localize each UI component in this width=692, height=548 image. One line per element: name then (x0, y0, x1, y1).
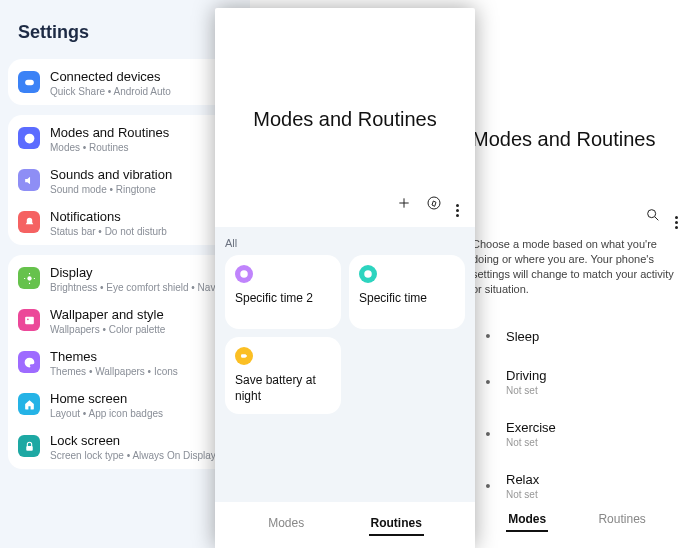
settings-group: Connected devices Quick Share • Android … (8, 59, 242, 105)
tab-routines[interactable]: Routines (369, 512, 424, 536)
mode-text: Driving Not set (506, 368, 676, 396)
settings-row-title: Modes and Routines (50, 125, 232, 140)
settings-row-subtitle: Brightness • Eye comfort shield • Naviga… (50, 282, 232, 293)
mode-subtitle: Not set (506, 385, 676, 396)
settings-row-text: Wallpaper and style Wallpapers • Color p… (50, 307, 232, 335)
svg-line-10 (655, 217, 658, 220)
check-circle-icon (18, 127, 40, 149)
settings-row-text: Display Brightness • Eye comfort shield … (50, 265, 232, 293)
settings-row[interactable]: Themes Themes • Wallpapers • Icons (8, 343, 242, 385)
mode-label: Driving (506, 368, 676, 383)
settings-row-title: Home screen (50, 391, 232, 406)
sun-icon (18, 267, 40, 289)
svg-point-1 (27, 276, 31, 280)
mode-icon: • (478, 478, 498, 494)
mode-subtitle: Not set (506, 437, 676, 448)
routine-card[interactable]: Specific time (349, 255, 465, 329)
mode-label: Sleep (506, 329, 676, 344)
routine-grid: Specific time 2 Specific time Save batte… (225, 255, 465, 414)
settings-row-text: Lock screen Screen lock type • Always On… (50, 433, 232, 461)
settings-row-title: Connected devices (50, 69, 232, 84)
mode-text: Relax Not set (506, 472, 676, 500)
routine-card[interactable]: Save battery at night (225, 337, 341, 414)
settings-row-subtitle: Quick Share • Android Auto (50, 86, 232, 97)
mode-text: Exercise Not set (506, 420, 676, 448)
description: Choose a mode based on what you're doing… (462, 237, 692, 312)
settings-row[interactable]: Notifications Status bar • Do not distur… (8, 203, 242, 245)
toolbar (215, 137, 475, 227)
mode-label: Relax (506, 472, 676, 487)
settings-row-title: Themes (50, 349, 232, 364)
page-title: Settings (0, 0, 250, 59)
more-icon[interactable] (456, 193, 459, 217)
settings-row[interactable]: Wallpaper and style Wallpapers • Color p… (8, 301, 242, 343)
add-icon[interactable] (396, 195, 412, 215)
settings-row-subtitle: Status bar • Do not disturb (50, 226, 232, 237)
settings-row[interactable]: Sounds and vibration Sound mode • Ringto… (8, 161, 242, 203)
modes-screen: Modes and Routines Choose a mode based o… (462, 0, 692, 548)
routines-screen: Modes and Routines All Specific time 2 S… (215, 8, 475, 548)
search-icon[interactable] (645, 207, 661, 227)
routine-card[interactable]: Specific time 2 (225, 255, 341, 329)
mode-item[interactable]: • Driving Not set (470, 356, 684, 408)
tab-modes[interactable]: Modes (506, 508, 548, 532)
mode-icon: • (478, 328, 498, 344)
settings-row-title: Display (50, 265, 232, 280)
settings-screen: Settings Connected devices Quick Share •… (0, 0, 250, 548)
mode-list: • Sleep • Driving Not set • Exercise Not… (470, 312, 684, 516)
page-title: Modes and Routines (462, 0, 692, 157)
mode-subtitle: Not set (506, 489, 676, 500)
settings-row-subtitle: Layout • App icon badges (50, 408, 232, 419)
settings-row[interactable]: Lock screen Screen lock type • Always On… (8, 427, 242, 469)
bell-icon (18, 211, 40, 233)
page-title: Modes and Routines (215, 8, 475, 137)
clock-icon (359, 265, 377, 283)
settings-row[interactable]: Modes and Routines Modes • Routines (8, 115, 242, 161)
settings-row-text: Home screen Layout • App icon badges (50, 391, 232, 419)
tab-modes[interactable]: Modes (266, 512, 306, 536)
settings-row[interactable]: Home screen Layout • App icon badges (8, 385, 242, 427)
bottom-tabs: Modes Routines (215, 502, 475, 548)
settings-group: Modes and Routines Modes • Routines Soun… (8, 115, 242, 245)
settings-row-subtitle: Sound mode • Ringtone (50, 184, 232, 195)
settings-row-text: Sounds and vibration Sound mode • Ringto… (50, 167, 232, 195)
routine-label: Save battery at night (235, 373, 331, 404)
settings-row[interactable]: Display Brightness • Eye comfort shield … (8, 255, 242, 301)
tab-routines[interactable]: Routines (596, 508, 647, 532)
svg-rect-8 (26, 445, 33, 450)
settings-row-title: Notifications (50, 209, 232, 224)
settings-row-text: Themes Themes • Wallpapers • Icons (50, 349, 232, 377)
section-label: All (225, 237, 465, 249)
settings-row-title: Sounds and vibration (50, 167, 232, 182)
mode-icon: • (478, 426, 498, 442)
svg-point-13 (428, 197, 440, 209)
routine-label: Specific time (359, 291, 455, 307)
mode-icon: • (478, 374, 498, 390)
lock-icon (18, 435, 40, 457)
settings-row-subtitle: Modes • Routines (50, 142, 232, 153)
image-icon (18, 309, 40, 331)
discover-icon[interactable] (426, 195, 442, 215)
settings-row-subtitle: Themes • Wallpapers • Icons (50, 366, 232, 377)
svg-point-9 (648, 210, 656, 218)
battery-icon (235, 347, 253, 365)
settings-row-title: Lock screen (50, 433, 232, 448)
settings-row-text: Notifications Status bar • Do not distur… (50, 209, 232, 237)
mode-item[interactable]: • Exercise Not set (470, 408, 684, 460)
svg-rect-16 (241, 354, 246, 357)
settings-row-title: Wallpaper and style (50, 307, 232, 322)
toolbar (462, 157, 692, 237)
link-icon (18, 71, 40, 93)
clock-icon (235, 265, 253, 283)
settings-row-subtitle: Screen lock type • Always On Display (50, 450, 232, 461)
svg-rect-6 (25, 316, 34, 324)
settings-row[interactable]: Connected devices Quick Share • Android … (8, 59, 242, 105)
mode-item[interactable]: • Sleep (470, 316, 684, 356)
settings-row-text: Connected devices Quick Share • Android … (50, 69, 232, 97)
more-icon[interactable] (675, 205, 678, 229)
palette-icon (18, 351, 40, 373)
mode-label: Exercise (506, 420, 676, 435)
svg-point-0 (24, 133, 34, 143)
svg-point-7 (27, 318, 29, 320)
svg-rect-17 (246, 355, 247, 357)
